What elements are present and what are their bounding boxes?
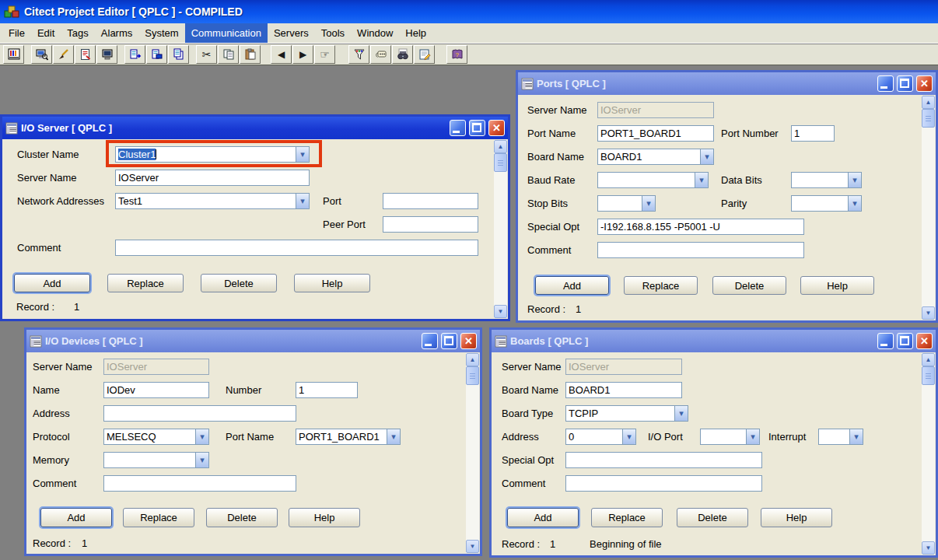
name-field[interactable]	[103, 382, 209, 398]
chevron-down-icon[interactable]	[848, 196, 861, 211]
page-editor-icon[interactable]	[75, 45, 96, 64]
port-name-combobox[interactable]: PORT1_BOARD1	[296, 429, 401, 445]
main-title-bar[interactable]: Citect Project Editor [ QPLC ] - COMPILE…	[0, 0, 938, 23]
help-button[interactable]: Help	[761, 508, 832, 527]
copy-icon[interactable]	[218, 45, 239, 64]
ports-title-bar[interactable]: Ports [ QPLC ]	[518, 72, 936, 95]
help-button[interactable]: Help	[289, 508, 360, 527]
scroll-down-icon[interactable]: ▼	[922, 306, 935, 320]
minimize-button[interactable]	[422, 333, 438, 349]
scroll-up-icon[interactable]: ▲	[466, 353, 479, 366]
vertical-scrollbar[interactable]: ▲ ▼	[494, 140, 507, 318]
maximize-button[interactable]	[897, 75, 913, 92]
comment-field[interactable]	[565, 475, 762, 492]
server-name-field[interactable]	[115, 170, 310, 186]
menu-communication[interactable]: Communication	[185, 23, 268, 43]
chevron-down-icon[interactable]	[700, 149, 713, 164]
close-button[interactable]	[916, 333, 933, 349]
scroll-up-icon[interactable]: ▲	[922, 353, 935, 366]
menu-window[interactable]: Window	[351, 23, 399, 43]
baud-rate-combobox[interactable]	[597, 172, 709, 188]
find-icon[interactable]	[392, 45, 413, 64]
protocol-combobox[interactable]: MELSECQ	[103, 429, 209, 445]
replace-button[interactable]: Replace	[123, 508, 194, 527]
add-button[interactable]: Add	[535, 276, 609, 295]
board-type-combobox[interactable]: TCPIP	[565, 405, 688, 422]
board-name-field[interactable]	[565, 382, 682, 398]
scroll-down-icon[interactable]: ▼	[466, 540, 479, 553]
io-devices-title-bar[interactable]: I/O Devices [ QPLC ]	[26, 330, 480, 352]
chevron-down-icon[interactable]	[746, 429, 759, 444]
vertical-scrollbar[interactable]: ▲ ▼	[922, 353, 935, 555]
chevron-down-icon[interactable]	[195, 429, 208, 444]
edit-properties-icon[interactable]	[414, 45, 435, 64]
menu-system[interactable]: System	[138, 23, 184, 43]
scroll-up-icon[interactable]: ▲	[494, 140, 507, 153]
address-combobox[interactable]: 0	[565, 429, 636, 445]
chevron-down-icon[interactable]	[642, 196, 655, 211]
maximize-button[interactable]	[897, 333, 913, 349]
menu-file[interactable]: File	[2, 23, 31, 43]
chevron-down-icon[interactable]	[695, 173, 708, 187]
menu-tags[interactable]: Tags	[61, 23, 94, 43]
delete-button[interactable]: Delete	[201, 274, 277, 292]
scroll-down-icon[interactable]: ▼	[922, 541, 935, 555]
scroll-thumb[interactable]	[494, 153, 507, 172]
scroll-thumb[interactable]	[922, 366, 935, 385]
chevron-down-icon[interactable]	[195, 453, 208, 467]
close-button[interactable]	[916, 75, 933, 92]
chevron-down-icon[interactable]	[849, 429, 863, 444]
find-computer-icon[interactable]	[31, 45, 52, 64]
paste-record-icon[interactable]	[146, 45, 167, 64]
close-button[interactable]	[488, 120, 505, 136]
menu-alarms[interactable]: Alarms	[95, 23, 138, 43]
chevron-down-icon[interactable]	[674, 406, 688, 421]
vertical-scrollbar[interactable]: ▲ ▼	[466, 353, 479, 553]
replace-button[interactable]: Replace	[591, 508, 663, 527]
menu-servers[interactable]: Servers	[268, 23, 315, 43]
add-button[interactable]: Add	[40, 508, 112, 527]
network-addresses-combobox[interactable]: Test1	[115, 193, 310, 209]
maximize-button[interactable]	[441, 333, 457, 349]
comment-field[interactable]	[597, 242, 804, 258]
menu-help[interactable]: Help	[399, 23, 432, 43]
computer-setup-icon[interactable]	[96, 45, 117, 64]
chevron-down-icon[interactable]	[622, 429, 635, 444]
scroll-down-icon[interactable]: ▼	[494, 305, 507, 318]
vertical-scrollbar[interactable]: ▲ ▼	[922, 96, 935, 320]
goto-record-icon[interactable]: ☞	[314, 45, 335, 64]
previous-record-icon[interactable]: ◀	[271, 45, 292, 64]
minimize-button[interactable]	[450, 120, 466, 136]
add-button[interactable]: Add	[507, 508, 579, 527]
graphics-builder-icon[interactable]	[53, 45, 74, 64]
help-button[interactable]: Help	[800, 276, 874, 295]
special-opt-field[interactable]	[597, 219, 804, 235]
interrupt-combobox[interactable]	[818, 429, 863, 445]
chevron-down-icon[interactable]	[848, 173, 861, 187]
scroll-thumb[interactable]	[466, 366, 479, 385]
port-field[interactable]	[383, 193, 478, 209]
delete-button[interactable]: Delete	[206, 508, 278, 527]
cut-icon[interactable]: ✂	[196, 45, 217, 64]
peer-port-field[interactable]	[383, 216, 478, 233]
address-field[interactable]	[103, 405, 296, 422]
comment-field[interactable]	[115, 240, 478, 256]
help-button[interactable]: Help	[294, 274, 370, 292]
delete-button[interactable]: Delete	[712, 276, 786, 295]
replace-button[interactable]: Replace	[624, 276, 698, 295]
chevron-down-icon[interactable]	[387, 429, 400, 444]
compile-icon[interactable]	[3, 45, 24, 64]
replace-button[interactable]: Replace	[107, 274, 184, 292]
comment-icon[interactable]	[370, 45, 391, 64]
add-button[interactable]: Add	[14, 274, 90, 292]
maximize-button[interactable]	[469, 120, 485, 136]
minimize-button[interactable]	[877, 75, 894, 92]
next-record-icon[interactable]: ▶	[292, 45, 313, 64]
delete-button[interactable]: Delete	[677, 508, 748, 527]
port-number-field[interactable]	[791, 125, 835, 142]
close-button[interactable]	[460, 333, 477, 349]
memory-combobox[interactable]	[103, 452, 209, 468]
comment-field[interactable]	[103, 475, 296, 492]
io-port-combobox[interactable]	[700, 429, 760, 445]
cluster-name-combobox[interactable]: Cluster1	[115, 146, 310, 163]
